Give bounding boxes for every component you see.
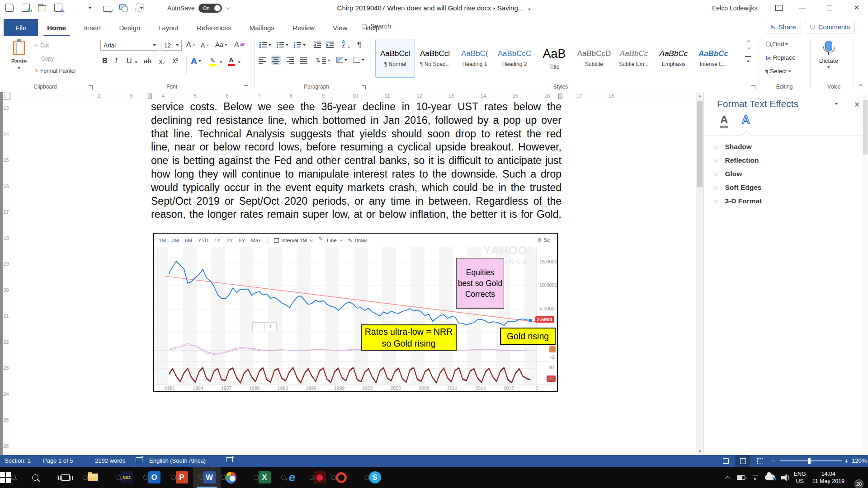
style-item[interactable]: AaBbCcl ¶ No Spac... xyxy=(415,39,455,78)
style-item[interactable]: AaBbCc Intense E... xyxy=(693,39,733,78)
select-button[interactable]: Select xyxy=(766,68,791,75)
powerpoint-icon[interactable]: P xyxy=(165,467,193,488)
underline-dropdown-icon[interactable] xyxy=(135,61,137,63)
user-name[interactable]: Eelco Lodewijks xyxy=(712,5,757,12)
dictate-button[interactable]: Dictate xyxy=(819,41,838,68)
zoom-percentage[interactable]: 120% xyxy=(852,457,867,464)
zoom-out-control[interactable]: − xyxy=(771,457,775,465)
grow-font-button[interactable]: A˄ xyxy=(186,41,195,49)
style-item[interactable]: AaBbCc Subtle Em... xyxy=(614,39,654,78)
bold-button[interactable]: B xyxy=(102,57,108,65)
replace-button[interactable]: bcReplace xyxy=(766,54,795,61)
zoom-in-button[interactable]: + xyxy=(264,323,276,331)
word-icon[interactable]: W xyxy=(193,467,221,488)
edge-icon[interactable]: e xyxy=(276,467,303,488)
strikethrough-button[interactable]: ab xyxy=(144,57,151,65)
scrollbar-thumb[interactable] xyxy=(697,101,703,187)
web-layout-button[interactable] xyxy=(752,455,768,467)
ribbon-display-options-button[interactable] xyxy=(769,0,789,15)
ribbon-tab[interactable]: Insert xyxy=(75,19,110,36)
text-effects-button[interactable]: A xyxy=(191,56,201,66)
minimize-button[interactable]: — xyxy=(792,0,813,15)
numbering-button[interactable] xyxy=(277,42,288,48)
scroll-down-icon[interactable]: ▼ xyxy=(696,448,703,455)
ribbon-tab[interactable]: File xyxy=(4,19,38,36)
font-color-dropdown-icon[interactable] xyxy=(238,61,241,63)
clock[interactable]: 14:0411 May 2019 xyxy=(812,470,844,485)
zoom-slider-thumb[interactable] xyxy=(808,458,811,464)
text-effects-tab[interactable]: A xyxy=(742,114,750,126)
change-case-button[interactable]: Aa xyxy=(215,41,227,48)
tab-stop-selector[interactable]: L xyxy=(2,93,9,100)
clear-formatting-button[interactable]: A xyxy=(234,41,244,49)
word-count[interactable]: 2192 words xyxy=(95,457,125,464)
ribbon-tab[interactable]: Home xyxy=(38,19,75,36)
wifi-icon[interactable] xyxy=(751,475,759,480)
skype-icon[interactable]: S xyxy=(359,467,386,488)
font-color-button[interactable]: A xyxy=(228,56,235,66)
justify-button[interactable] xyxy=(300,57,308,64)
panel-item[interactable]: ▷ 3-D Format xyxy=(714,197,762,205)
cut-button[interactable]: ✂ Cut xyxy=(34,42,49,49)
panel-scrollbar[interactable] xyxy=(862,92,868,455)
italic-button[interactable]: I xyxy=(115,57,117,65)
nx2-app-icon[interactable]: NX2 xyxy=(110,467,138,488)
text-fill-tab[interactable]: A xyxy=(720,114,728,128)
annotation-rates-ultra-low[interactable]: Rates ultra-low = NRR so Gold rising xyxy=(361,324,457,351)
language-indicator[interactable]: English (South Africa) xyxy=(149,457,206,464)
outlook-icon[interactable]: O xyxy=(138,467,165,488)
clipboard-dialog-launcher[interactable] xyxy=(89,85,93,89)
styles-more-icon[interactable] xyxy=(745,56,751,57)
zoom-slider-track[interactable] xyxy=(780,460,842,461)
file-explorer-icon[interactable] xyxy=(83,467,110,488)
ribbon-tab[interactable]: Mailings xyxy=(241,19,283,36)
shrink-font-button[interactable]: A˅ xyxy=(201,42,209,49)
superscript-button[interactable]: x² xyxy=(173,57,178,64)
highlight-dropdown-icon[interactable] xyxy=(220,61,222,63)
align-center-button[interactable] xyxy=(272,57,280,64)
copy-button[interactable]: Copy xyxy=(34,55,54,62)
search-icon[interactable] xyxy=(28,467,55,488)
highlight-button[interactable]: ✎ xyxy=(209,57,217,66)
document-page[interactable]: service costs. Below we see the 36-year … xyxy=(12,92,696,455)
horizontal-ruler[interactable]: 23456789101112131415161718 xyxy=(12,92,696,100)
page-indicator[interactable]: Page 1 of 5 xyxy=(43,457,73,464)
hidden-icons-chevron[interactable] xyxy=(725,476,730,481)
camera-app-icon[interactable] xyxy=(303,467,331,488)
increase-indent-button[interactable] xyxy=(326,42,334,48)
restore-button[interactable] xyxy=(819,0,840,15)
align-right-button[interactable] xyxy=(287,57,294,64)
print-layout-button[interactable] xyxy=(735,455,750,467)
task-view-icon[interactable] xyxy=(55,467,83,488)
comments-button[interactable]: 🗩 Comments xyxy=(805,21,855,33)
document-scrollbar[interactable]: ▲ ▼ xyxy=(696,92,703,455)
search-box[interactable]: Search xyxy=(362,23,391,30)
chrome-icon[interactable] xyxy=(221,467,248,488)
action-center-button[interactable]: 20 xyxy=(851,469,864,487)
format-painter-button[interactable]: ✎Format Painter xyxy=(34,68,76,74)
bullets-button[interactable] xyxy=(259,42,271,48)
ribbon-tab[interactable]: References xyxy=(188,19,241,36)
share-button[interactable]: ⇱ Share xyxy=(766,21,801,33)
ribbon-tab[interactable]: Review xyxy=(283,19,324,36)
zoom-in-control[interactable]: + xyxy=(844,457,849,465)
close-button[interactable]: ✕ xyxy=(846,0,867,15)
ribbon-tab[interactable]: Layout xyxy=(149,19,188,36)
sort-button[interactable]: AZ xyxy=(342,40,345,48)
panel-item[interactable]: ▷ Shadow xyxy=(714,143,752,151)
panel-item[interactable]: ▷ Glow xyxy=(714,170,742,178)
pilcrow-button[interactable]: ¶ xyxy=(357,41,361,50)
section-indicator[interactable]: Section: 1 xyxy=(5,457,31,464)
ribbon-tab[interactable]: View xyxy=(324,19,356,36)
collapse-ribbon-icon[interactable] xyxy=(859,84,862,88)
document-paragraph[interactable]: service costs. Below we see the 36-year … xyxy=(151,100,561,221)
styles-dialog-launcher[interactable] xyxy=(751,85,755,89)
style-item[interactable]: AaBbC( Heading 1 xyxy=(455,39,495,78)
font-family-combo[interactable]: Arial xyxy=(100,40,159,51)
styles-more-dropdown-icon[interactable] xyxy=(747,61,750,62)
style-item[interactable]: AaBbCc Emphasis xyxy=(654,39,693,78)
decrease-indent-button[interactable] xyxy=(314,42,321,48)
embedded-chart[interactable]: 1M3M6MYTD1Y2Y5YMax Interval 1M Line ✎Dra… xyxy=(153,233,558,392)
subscript-button[interactable]: x₂ xyxy=(159,58,165,65)
panel-dropdown-icon[interactable] xyxy=(835,103,838,105)
